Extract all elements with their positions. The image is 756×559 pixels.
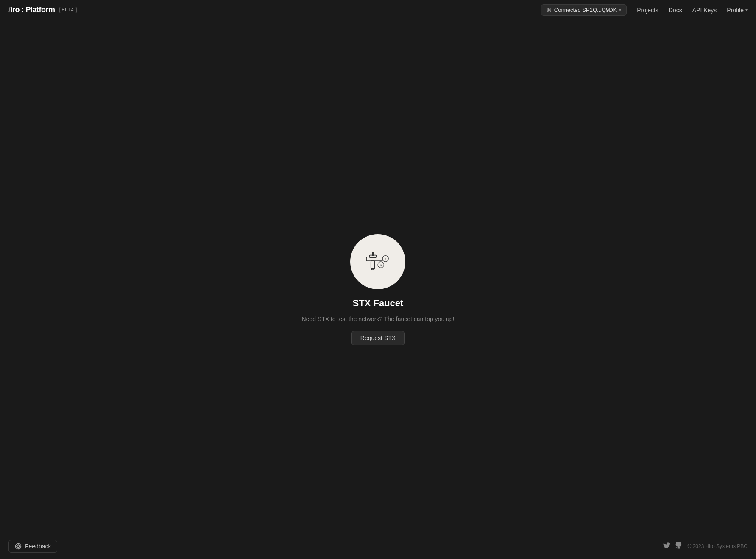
feedback-icon	[15, 543, 22, 550]
nav-profile-link[interactable]: Profile ▾	[727, 7, 748, 14]
svg-text:✳: ✳	[385, 257, 387, 261]
logo: /iro : Platform	[8, 6, 55, 14]
faucet-icon-circle: ✳ ✳	[350, 234, 405, 289]
faucet-title: STX Faucet	[353, 298, 404, 309]
feedback-button[interactable]: Feedback	[8, 540, 57, 553]
copyright-text: © 2023 Hiro Systems PBC	[687, 543, 748, 549]
header-left: /iro : Platform BETA	[8, 6, 77, 14]
logo-name: iro	[11, 6, 20, 14]
faucet-container: ✳ ✳ STX Faucet Need STX to test the netw…	[301, 234, 454, 345]
header-right: ⌘ Connected SP1Q...Q9DK ▾ Projects Docs …	[541, 4, 748, 16]
main-content: ✳ ✳ STX Faucet Need STX to test the netw…	[0, 0, 756, 559]
profile-chevron-icon: ▾	[745, 8, 748, 12]
logo-platform: Platform	[26, 6, 55, 14]
faucet-illustration: ✳ ✳	[359, 243, 397, 281]
svg-rect-1	[371, 261, 375, 268]
twitter-icon[interactable]	[663, 542, 670, 551]
social-links	[663, 542, 682, 551]
connected-label: Connected SP1Q...Q9DK	[554, 7, 617, 13]
svg-point-9	[17, 545, 20, 548]
profile-label: Profile	[727, 7, 744, 14]
nav-docs-link[interactable]: Docs	[669, 7, 682, 14]
chevron-down-icon: ▾	[619, 8, 621, 12]
svg-text:✳: ✳	[380, 263, 382, 267]
header: /iro : Platform BETA ⌘ Connected SP1Q...…	[0, 0, 756, 20]
request-stx-button[interactable]: Request STX	[351, 331, 405, 345]
github-icon[interactable]	[675, 542, 682, 551]
connected-wallet-button[interactable]: ⌘ Connected SP1Q...Q9DK ▾	[541, 4, 627, 16]
cmd-icon: ⌘	[547, 7, 552, 13]
beta-badge: BETA	[59, 7, 77, 13]
footer-right: © 2023 Hiro Systems PBC	[663, 542, 748, 551]
faucet-subtitle: Need STX to test the network? The faucet…	[301, 316, 454, 322]
nav-api-keys-link[interactable]: API Keys	[692, 7, 717, 14]
feedback-label: Feedback	[25, 543, 51, 550]
footer: Feedback © 2023 Hiro Systems PBC	[0, 534, 756, 559]
nav-projects-link[interactable]: Projects	[637, 7, 658, 14]
